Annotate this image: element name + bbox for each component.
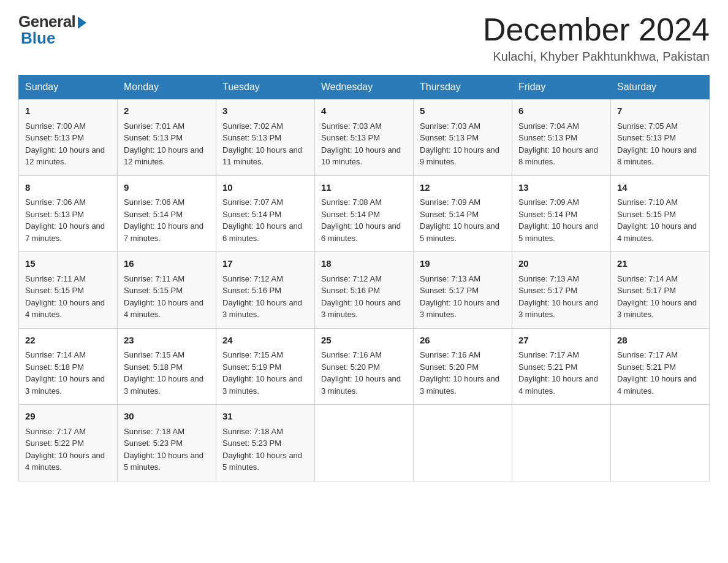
sunrise-text: Sunrise: 7:06 AM [124, 197, 184, 207]
sunset-text: Sunset: 5:17 PM [420, 286, 479, 295]
calendar-header-wednesday: Wednesday [315, 75, 414, 99]
sunrise-text: Sunrise: 7:16 AM [420, 350, 480, 359]
location-title: Kulachi, Khyber Pakhtunkhwa, Pakistan [483, 50, 710, 64]
sunset-text: Sunset: 5:14 PM [222, 210, 281, 219]
calendar-cell: 13Sunrise: 7:09 AMSunset: 5:14 PMDayligh… [512, 175, 611, 252]
calendar-cell: 27Sunrise: 7:17 AMSunset: 5:21 PMDayligh… [512, 328, 611, 405]
daylight-text: Daylight: 10 hours and 12 minutes. [124, 145, 203, 167]
calendar-cell: 23Sunrise: 7:15 AMSunset: 5:18 PMDayligh… [118, 328, 216, 405]
calendar-cell: 8Sunrise: 7:06 AMSunset: 5:13 PMDaylight… [19, 175, 118, 252]
sunset-text: Sunset: 5:17 PM [617, 286, 676, 295]
sunset-text: Sunset: 5:21 PM [518, 362, 577, 372]
sunrise-text: Sunrise: 7:07 AM [222, 197, 283, 207]
daylight-text: Daylight: 10 hours and 4 minutes. [518, 374, 598, 396]
sunrise-text: Sunrise: 7:11 AM [124, 274, 184, 283]
sunrise-text: Sunrise: 7:11 AM [25, 274, 86, 283]
sunrise-text: Sunrise: 7:06 AM [25, 197, 86, 207]
sunset-text: Sunset: 5:19 PM [222, 362, 281, 372]
title-section: December 2024 Kulachi, Khyber Pakhtunkhw… [483, 12, 710, 64]
calendar-header-monday: Monday [118, 75, 216, 99]
calendar-cell: 19Sunrise: 7:13 AMSunset: 5:17 PMDayligh… [414, 252, 512, 329]
day-number: 27 [518, 334, 604, 348]
calendar-cell: 3Sunrise: 7:02 AMSunset: 5:13 PMDaylight… [216, 99, 315, 176]
daylight-text: Daylight: 10 hours and 4 minutes. [25, 298, 105, 320]
daylight-text: Daylight: 10 hours and 4 minutes. [25, 451, 105, 472]
month-title: December 2024 [483, 12, 710, 47]
calendar-cell [414, 405, 512, 481]
calendar-header-saturday: Saturday [611, 75, 710, 99]
sunrise-text: Sunrise: 7:14 AM [25, 350, 86, 359]
calendar-cell: 31Sunrise: 7:18 AMSunset: 5:23 PMDayligh… [216, 405, 315, 481]
calendar-cell: 1Sunrise: 7:00 AMSunset: 5:13 PMDaylight… [19, 99, 118, 176]
day-number: 13 [518, 181, 604, 195]
sunrise-text: Sunrise: 7:16 AM [321, 350, 382, 359]
day-number: 1 [25, 104, 111, 118]
calendar-cell: 17Sunrise: 7:12 AMSunset: 5:16 PMDayligh… [216, 252, 315, 329]
calendar-cell: 5Sunrise: 7:03 AMSunset: 5:13 PMDaylight… [414, 99, 512, 176]
sunrise-text: Sunrise: 7:18 AM [222, 427, 283, 436]
daylight-text: Daylight: 10 hours and 3 minutes. [321, 298, 401, 320]
sunset-text: Sunset: 5:16 PM [321, 286, 380, 295]
calendar-header-sunday: Sunday [19, 75, 118, 99]
sunrise-text: Sunrise: 7:15 AM [222, 350, 283, 359]
sunrise-text: Sunrise: 7:00 AM [25, 121, 86, 131]
sunrise-text: Sunrise: 7:18 AM [124, 427, 184, 436]
day-number: 3 [222, 104, 308, 118]
sunset-text: Sunset: 5:13 PM [222, 133, 281, 142]
calendar-cell: 11Sunrise: 7:08 AMSunset: 5:14 PMDayligh… [315, 175, 414, 252]
calendar-cell: 2Sunrise: 7:01 AMSunset: 5:13 PMDaylight… [118, 99, 216, 176]
sunrise-text: Sunrise: 7:01 AM [124, 121, 184, 131]
calendar-cell: 16Sunrise: 7:11 AMSunset: 5:15 PMDayligh… [118, 252, 216, 329]
daylight-text: Daylight: 10 hours and 11 minutes. [222, 145, 302, 167]
sunset-text: Sunset: 5:23 PM [124, 439, 183, 448]
calendar-header-friday: Friday [512, 75, 611, 99]
daylight-text: Daylight: 10 hours and 3 minutes. [321, 374, 401, 396]
sunset-text: Sunset: 5:14 PM [420, 210, 479, 219]
calendar-cell: 24Sunrise: 7:15 AMSunset: 5:19 PMDayligh… [216, 328, 315, 405]
calendar-cell [315, 405, 414, 481]
calendar-cell: 30Sunrise: 7:18 AMSunset: 5:23 PMDayligh… [118, 405, 216, 481]
sunset-text: Sunset: 5:15 PM [25, 286, 84, 295]
day-number: 18 [321, 257, 407, 271]
day-number: 16 [124, 257, 210, 271]
calendar-cell: 4Sunrise: 7:03 AMSunset: 5:13 PMDaylight… [315, 99, 414, 176]
calendar-week-row: 22Sunrise: 7:14 AMSunset: 5:18 PMDayligh… [19, 328, 710, 405]
daylight-text: Daylight: 10 hours and 9 minutes. [420, 145, 499, 167]
calendar-header-thursday: Thursday [414, 75, 512, 99]
day-number: 21 [617, 257, 703, 271]
day-number: 8 [25, 181, 111, 195]
sunset-text: Sunset: 5:13 PM [124, 133, 183, 142]
sunset-text: Sunset: 5:13 PM [25, 133, 84, 142]
calendar-week-row: 29Sunrise: 7:17 AMSunset: 5:22 PMDayligh… [19, 405, 710, 481]
calendar-cell [611, 405, 710, 481]
day-number: 28 [617, 334, 703, 348]
day-number: 30 [124, 410, 210, 424]
sunset-text: Sunset: 5:13 PM [321, 133, 380, 142]
page-header: General Blue December 2024 Kulachi, Khyb… [18, 12, 710, 64]
sunrise-text: Sunrise: 7:03 AM [420, 121, 480, 131]
calendar-cell: 21Sunrise: 7:14 AMSunset: 5:17 PMDayligh… [611, 252, 710, 329]
daylight-text: Daylight: 10 hours and 3 minutes. [420, 374, 499, 396]
sunset-text: Sunset: 5:13 PM [617, 133, 676, 142]
daylight-text: Daylight: 10 hours and 3 minutes. [124, 374, 203, 396]
daylight-text: Daylight: 10 hours and 6 minutes. [321, 221, 401, 243]
day-number: 9 [124, 181, 210, 195]
day-number: 19 [420, 257, 506, 271]
calendar-cell: 25Sunrise: 7:16 AMSunset: 5:20 PMDayligh… [315, 328, 414, 405]
sunset-text: Sunset: 5:16 PM [222, 286, 281, 295]
sunrise-text: Sunrise: 7:13 AM [420, 274, 480, 283]
day-number: 17 [222, 257, 308, 271]
daylight-text: Daylight: 10 hours and 4 minutes. [617, 221, 697, 243]
calendar-cell [512, 405, 611, 481]
day-number: 15 [25, 257, 111, 271]
sunrise-text: Sunrise: 7:04 AM [518, 121, 579, 131]
sunrise-text: Sunrise: 7:05 AM [617, 121, 678, 131]
day-number: 25 [321, 334, 407, 348]
sunrise-text: Sunrise: 7:14 AM [617, 274, 678, 283]
logo-blue-text: Blue [18, 29, 55, 48]
calendar-cell: 18Sunrise: 7:12 AMSunset: 5:16 PMDayligh… [315, 252, 414, 329]
sunrise-text: Sunrise: 7:09 AM [420, 197, 480, 207]
logo: General Blue [18, 12, 86, 48]
calendar-week-row: 8Sunrise: 7:06 AMSunset: 5:13 PMDaylight… [19, 175, 710, 252]
day-number: 20 [518, 257, 604, 271]
